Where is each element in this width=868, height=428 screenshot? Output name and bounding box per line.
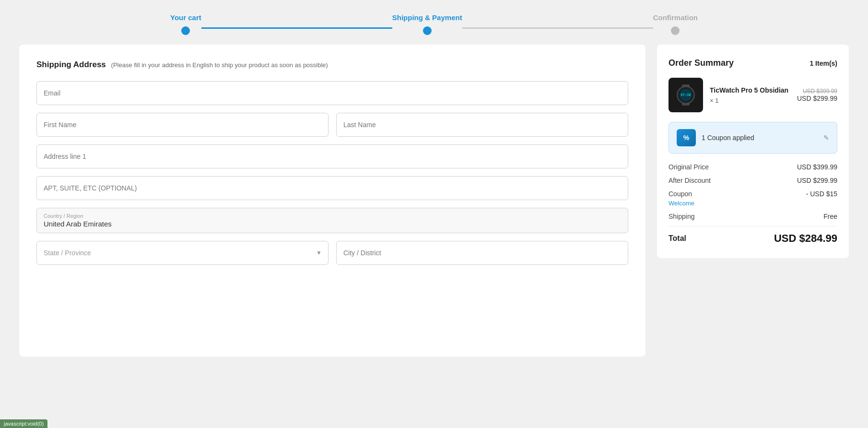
product-watch-icon: 07:30 xyxy=(673,83,698,107)
email-field-group xyxy=(36,81,628,105)
order-summary-panel: Order Summary 1 Item(s) 07:30 Tic xyxy=(657,45,849,258)
step-shipping-payment[interactable]: Shipping & Payment xyxy=(392,13,462,35)
step-your-cart[interactable]: Your cart xyxy=(170,13,201,35)
item-count: 1 xyxy=(809,59,813,67)
after-discount-row: After Discount USD $299.99 xyxy=(669,177,837,184)
order-summary-title: Order Summary xyxy=(669,58,734,68)
shipping-address-subtitle: (Please fill in your address in English … xyxy=(111,61,328,69)
coupon-box[interactable]: % 1 Coupon applied ✎ xyxy=(669,122,837,154)
coupon-icon: % xyxy=(677,129,696,146)
total-value: USD $284.99 xyxy=(774,232,837,245)
shipping-address-title: Shipping Address xyxy=(36,60,106,69)
first-name-input[interactable] xyxy=(36,113,328,137)
product-original-price: USD $399.99 xyxy=(797,88,837,95)
coupon-price-label: Coupon xyxy=(669,190,692,198)
city-input[interactable] xyxy=(336,241,628,265)
order-summary-count: 1 Item(s) xyxy=(809,59,837,67)
state-group: State / Province ▼ xyxy=(36,241,328,265)
item-count-label: Item(s) xyxy=(815,59,837,67)
after-discount-label: After Discount xyxy=(669,177,711,184)
step-confirmation-dot xyxy=(671,26,680,35)
total-label: Total xyxy=(669,234,686,243)
svg-text:07:30: 07:30 xyxy=(680,93,691,97)
step-shipping-payment-dot xyxy=(423,26,432,35)
state-select[interactable]: State / Province xyxy=(36,241,328,265)
country-label: Country / Region xyxy=(44,213,621,219)
coupon-edit-icon[interactable]: ✎ xyxy=(823,134,829,142)
address2-group xyxy=(36,176,628,200)
shipping-label: Shipping xyxy=(669,213,695,220)
coupon-name: Welcome xyxy=(669,200,837,207)
total-row: Total USD $284.99 xyxy=(669,232,837,245)
city-group xyxy=(336,241,628,265)
product-pricing: USD $399.99 USD $299.99 xyxy=(797,88,837,102)
progress-bar: Your cart Shipping & Payment Confirmatio… xyxy=(0,0,868,45)
original-price-label: Original Price xyxy=(669,163,709,171)
coupon-price-row: Coupon - USD $15 xyxy=(669,190,837,198)
country-value: United Arab Emirates xyxy=(44,220,112,228)
js-status-bar: javascript:void(0) xyxy=(0,419,47,428)
address-line1-input[interactable] xyxy=(36,144,628,168)
name-row xyxy=(36,113,628,137)
after-discount-value: USD $299.99 xyxy=(797,177,837,184)
js-status-text: javascript:void(0) xyxy=(4,421,44,427)
product-image: 07:30 xyxy=(669,78,703,112)
product-row: 07:30 TicWatch Pro 5 Obsidian × 1 USD $3… xyxy=(669,78,837,112)
order-summary-header: Order Summary 1 Item(s) xyxy=(669,58,837,68)
shipping-form-panel: Shipping Address (Please fill in your ad… xyxy=(19,45,645,357)
product-current-price: USD $299.99 xyxy=(797,95,837,102)
step-your-cart-dot xyxy=(181,26,190,35)
step-confirmation[interactable]: Confirmation xyxy=(653,13,698,35)
first-name-group xyxy=(36,113,328,137)
email-input[interactable] xyxy=(36,81,628,105)
section-title: Shipping Address (Please fill in your ad… xyxy=(36,60,628,70)
coupon-price-value: - USD $15 xyxy=(806,190,837,198)
country-group: Country / Region United Arab Emirates xyxy=(36,208,628,233)
coupon-applied-text: 1 Coupon applied xyxy=(702,134,818,142)
step-line-2 xyxy=(462,27,653,29)
original-price-value: USD $399.99 xyxy=(797,163,837,171)
shipping-row: Shipping Free xyxy=(669,213,837,220)
last-name-group xyxy=(336,113,628,137)
state-city-row: State / Province ▼ xyxy=(36,241,628,265)
coupon-percent-symbol: % xyxy=(683,134,689,142)
last-name-input[interactable] xyxy=(336,113,628,137)
step-confirmation-label: Confirmation xyxy=(653,13,698,22)
product-info: TicWatch Pro 5 Obsidian × 1 xyxy=(710,86,790,104)
address1-group xyxy=(36,144,628,168)
product-qty: × 1 xyxy=(710,97,790,104)
price-divider xyxy=(669,226,837,226)
original-price-row: Original Price USD $399.99 xyxy=(669,163,837,171)
product-name: TicWatch Pro 5 Obsidian xyxy=(710,86,790,94)
step-line-1 xyxy=(201,27,392,29)
step-your-cart-label: Your cart xyxy=(170,13,201,22)
address-line2-input[interactable] xyxy=(36,176,628,200)
country-field[interactable]: Country / Region United Arab Emirates xyxy=(36,208,628,233)
step-shipping-payment-label: Shipping & Payment xyxy=(392,13,462,22)
shipping-value: Free xyxy=(823,213,837,220)
